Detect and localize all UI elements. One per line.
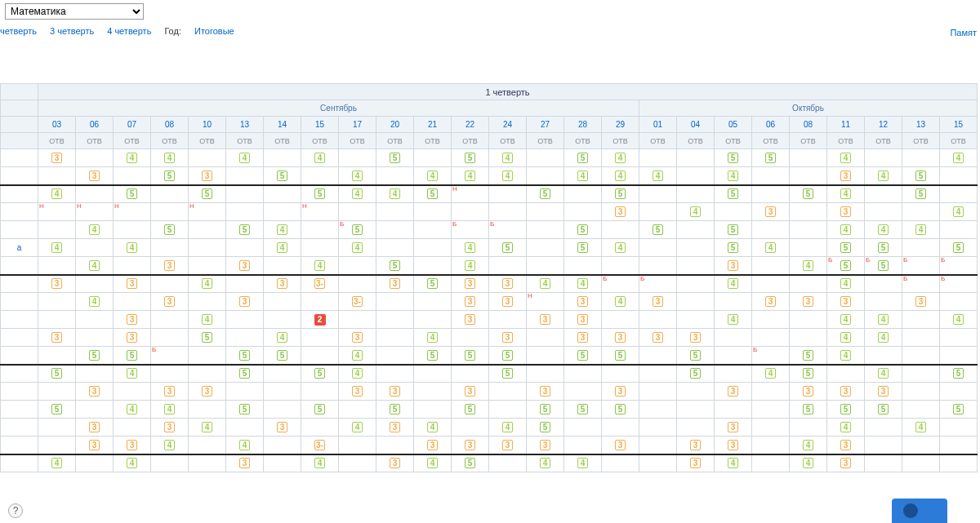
- cell[interactable]: [189, 221, 226, 239]
- subject-select[interactable]: Математика: [5, 3, 144, 20]
- cell[interactable]: 3: [452, 311, 489, 329]
- cell[interactable]: [264, 437, 301, 454]
- grade-cell[interactable]: 3: [390, 386, 400, 397]
- grade-cell[interactable]: 5: [803, 404, 813, 414]
- cell[interactable]: [76, 311, 114, 329]
- cell[interactable]: 4: [940, 203, 978, 221]
- row-label[interactable]: [1, 383, 38, 401]
- day-col-27[interactable]: 27: [527, 117, 564, 133]
- grade-cell[interactable]: 5: [427, 350, 438, 361]
- grade-cell[interactable]: 3: [765, 206, 776, 217]
- grade-cell[interactable]: 5: [577, 404, 588, 414]
- cell[interactable]: [752, 419, 790, 437]
- cell[interactable]: [902, 149, 940, 167]
- cell[interactable]: 4: [151, 401, 189, 419]
- cell[interactable]: [902, 454, 940, 472]
- cell[interactable]: 4: [790, 437, 827, 454]
- cell[interactable]: 5: [189, 185, 226, 203]
- cell[interactable]: [940, 347, 978, 365]
- cell[interactable]: [639, 401, 677, 419]
- grade-cell[interactable]: 5: [164, 171, 175, 181]
- cell[interactable]: 3-: [301, 275, 339, 293]
- cell[interactable]: [376, 293, 414, 311]
- cell[interactable]: [677, 257, 715, 275]
- grade-cell[interactable]: 3: [239, 458, 250, 468]
- grade-cell[interactable]: 3: [89, 422, 100, 432]
- grade-cell[interactable]: 4: [239, 440, 250, 450]
- cell[interactable]: 5: [76, 347, 114, 365]
- cell[interactable]: 5: [940, 365, 978, 383]
- cell[interactable]: [38, 293, 76, 311]
- grade-cell[interactable]: 3: [352, 332, 363, 343]
- cell[interactable]: 4: [639, 167, 677, 185]
- cell[interactable]: [189, 437, 226, 454]
- grade-cell[interactable]: 3: [202, 171, 212, 181]
- grade-cell[interactable]: 3: [615, 332, 626, 343]
- grade-cell[interactable]: 5: [728, 188, 738, 199]
- grade-cell[interactable]: 4: [615, 153, 626, 163]
- cell[interactable]: 5: [715, 185, 752, 203]
- cell[interactable]: [38, 167, 76, 185]
- cell[interactable]: 3: [76, 419, 114, 437]
- grade-cell[interactable]: 4: [728, 314, 738, 325]
- cell[interactable]: 5: [827, 239, 865, 257]
- grade-cell[interactable]: 3: [277, 422, 287, 432]
- cell[interactable]: 4: [339, 185, 376, 203]
- grade-cell[interactable]: 5: [127, 188, 137, 199]
- day-col-15[interactable]: 15: [940, 117, 978, 133]
- grade-cell[interactable]: 4: [803, 458, 813, 468]
- cell[interactable]: 5: [602, 347, 639, 365]
- grade-cell[interactable]: 4: [352, 242, 363, 253]
- cell[interactable]: [902, 383, 940, 401]
- cell[interactable]: 5: [226, 221, 264, 239]
- grade-cell[interactable]: 3: [465, 278, 475, 289]
- cell[interactable]: [76, 401, 114, 419]
- cell[interactable]: Н: [452, 185, 489, 203]
- cell[interactable]: [602, 311, 639, 329]
- cell[interactable]: [489, 185, 527, 203]
- cell[interactable]: 3: [677, 454, 715, 472]
- grade-cell[interactable]: 5: [803, 188, 813, 199]
- cell[interactable]: 5: [790, 401, 827, 419]
- grade-cell[interactable]: 5: [465, 153, 475, 163]
- day-col-13[interactable]: 13: [226, 117, 264, 133]
- cell[interactable]: [902, 329, 940, 347]
- cell[interactable]: 3: [339, 329, 376, 347]
- cell[interactable]: [189, 293, 226, 311]
- cell[interactable]: 5: [790, 347, 827, 365]
- cell[interactable]: [339, 275, 376, 293]
- grade-cell[interactable]: 4: [878, 332, 889, 343]
- grade-cell[interactable]: 5: [953, 242, 964, 253]
- cell[interactable]: [677, 293, 715, 311]
- cell[interactable]: 4: [38, 185, 76, 203]
- cell[interactable]: [940, 454, 978, 472]
- grade-cell[interactable]: 3: [127, 440, 137, 450]
- cell[interactable]: [865, 275, 902, 293]
- cell[interactable]: 4: [489, 419, 527, 437]
- cell[interactable]: [790, 419, 827, 437]
- cell[interactable]: [489, 203, 527, 221]
- grade-cell[interactable]: 3: [51, 153, 62, 163]
- cell[interactable]: [602, 454, 639, 472]
- grade-cell[interactable]: 4: [915, 422, 926, 432]
- cell[interactable]: [376, 221, 414, 239]
- cell[interactable]: 3: [114, 329, 151, 347]
- day-col-07[interactable]: 07: [114, 117, 151, 133]
- cell[interactable]: 4: [902, 419, 940, 437]
- cell[interactable]: Б5: [339, 221, 376, 239]
- cell[interactable]: [752, 257, 790, 275]
- cell[interactable]: 5: [865, 401, 902, 419]
- cell[interactable]: 3: [452, 437, 489, 454]
- grade-cell[interactable]: 5: [352, 224, 363, 235]
- day-col-20[interactable]: 20: [376, 117, 414, 133]
- cell[interactable]: 5: [527, 401, 564, 419]
- day-col-04[interactable]: 04: [677, 117, 715, 133]
- grade-cell[interactable]: 3: [840, 440, 851, 450]
- cell[interactable]: [902, 311, 940, 329]
- cell[interactable]: Б: [452, 221, 489, 239]
- day-col-11[interactable]: 11: [827, 117, 865, 133]
- cell[interactable]: [902, 365, 940, 383]
- cell[interactable]: 3: [602, 203, 639, 221]
- grade-cell[interactable]: 3: [728, 260, 738, 271]
- grade-cell[interactable]: 3: [427, 440, 438, 450]
